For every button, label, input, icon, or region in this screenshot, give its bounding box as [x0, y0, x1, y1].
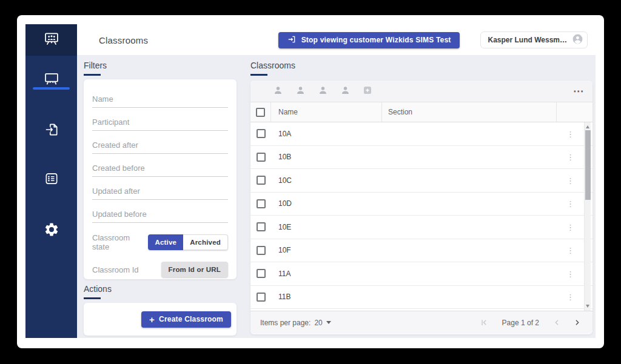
avatar-icon: [572, 33, 583, 47]
first-page-button[interactable]: [478, 317, 490, 328]
stop-viewing-customer-button[interactable]: Stop viewing customer Wizkids SIMS Test: [278, 32, 460, 48]
row-menu-button[interactable]: ⋮: [566, 223, 574, 231]
sidebar-item-import[interactable]: [25, 116, 77, 143]
updated-after-filter-label: Updated after: [92, 187, 140, 196]
create-classroom-button[interactable]: + Create Classroom: [141, 311, 231, 328]
person-icon: [295, 85, 306, 98]
table-row[interactable]: 11B ⋮: [250, 286, 592, 309]
row-checkbox[interactable]: [257, 269, 266, 278]
table-row[interactable]: 10E ⋮: [250, 216, 592, 239]
table-row[interactable]: 10B ⋮: [250, 146, 592, 170]
exit-icon: [287, 35, 297, 46]
sidebar-item-settings[interactable]: [25, 216, 77, 243]
row-menu-button[interactable]: ⋮: [566, 293, 574, 301]
table-row[interactable]: 10C ⋮: [250, 169, 592, 193]
classrooms-heading: Classrooms: [250, 61, 295, 70]
row-menu-button[interactable]: ⋮: [566, 176, 574, 184]
participant-filter-input[interactable]: Participant: [92, 108, 228, 131]
select-all-checkbox[interactable]: [256, 108, 265, 117]
created-after-filter-input[interactable]: Created after: [92, 131, 228, 154]
scroll-down-arrow-icon[interactable]: [586, 305, 589, 308]
active-nav-indicator: [33, 87, 70, 90]
participant-action-button-1[interactable]: [270, 84, 285, 99]
participant-action-button-3[interactable]: [315, 84, 330, 99]
table-row[interactable]: 11A ⋮: [250, 262, 592, 286]
classroom-id-label: Classroom Id: [92, 265, 139, 274]
row-menu-button[interactable]: ⋮: [566, 247, 574, 254]
created-after-filter-label: Created after: [92, 141, 138, 150]
table-header-row: Name Section: [250, 102, 592, 122]
gear-icon: [44, 222, 59, 237]
row-checkbox[interactable]: [257, 129, 266, 138]
row-checkbox[interactable]: [257, 153, 266, 162]
person-icon: [340, 85, 351, 98]
participant-filter-label: Participant: [92, 117, 129, 127]
scrollbar-thumb[interactable]: [585, 130, 591, 200]
state-active-button[interactable]: Active: [148, 234, 183, 250]
add-box-button[interactable]: [360, 84, 375, 99]
next-page-button[interactable]: [571, 317, 583, 328]
participant-action-button-2[interactable]: [293, 84, 307, 99]
from-id-or-url-button[interactable]: From Id or URL: [161, 262, 229, 277]
classrooms-heading-rule: [250, 74, 267, 76]
row-menu-button[interactable]: ⋮: [566, 200, 574, 208]
app-window: Classrooms Stop viewing customer Wizkids…: [17, 15, 604, 348]
table-scrollbar[interactable]: [584, 122, 591, 311]
user-name: Kasper Lund Wessm…: [488, 36, 567, 44]
name-filter-input[interactable]: Name: [92, 85, 228, 108]
participant-action-button-4[interactable]: [338, 84, 352, 99]
items-per-page-select[interactable]: 20: [314, 319, 331, 327]
person-icon: [317, 85, 329, 98]
classroom-state-label: Classroom state: [92, 233, 148, 251]
row-menu-button[interactable]: ⋮: [566, 130, 574, 137]
updated-before-filter-input[interactable]: Updated before: [92, 200, 228, 223]
items-per-page-label: Items per page:: [260, 319, 310, 327]
actions-heading: Actions: [84, 284, 112, 294]
classroom-name: 11A: [271, 270, 382, 278]
previous-page-button[interactable]: [551, 317, 563, 328]
table-footer: Items per page: 20 Page 1 of 2: [250, 311, 592, 334]
classroom-name: 10D: [271, 199, 382, 208]
scroll-up-arrow-icon[interactable]: [586, 125, 589, 128]
table-body: 10A ⋮ 10B ⋮ 10C ⋮ 10: [250, 122, 592, 311]
row-checkbox[interactable]: [257, 293, 266, 302]
created-before-filter-label: Created before: [92, 164, 145, 173]
row-menu-button[interactable]: ⋮: [566, 153, 574, 161]
add-box-icon: [362, 85, 373, 98]
row-checkbox[interactable]: [257, 222, 266, 231]
row-checkbox[interactable]: [257, 246, 266, 255]
more-options-button[interactable]: ⋯: [573, 86, 584, 96]
page-title: Classrooms: [99, 24, 148, 56]
plus-icon: +: [149, 315, 155, 324]
create-classroom-label: Create Classroom: [159, 315, 223, 323]
table-row[interactable]: 10D ⋮: [250, 193, 592, 216]
row-menu-button[interactable]: ⋮: [566, 270, 574, 277]
partially-visible-row: [250, 309, 592, 311]
classroom-state-toggle: Active Archived: [148, 234, 228, 250]
classroom-name: 10E: [271, 223, 382, 231]
actions-heading-rule: [84, 297, 101, 299]
column-header-name[interactable]: Name: [271, 102, 382, 122]
app-logo[interactable]: [25, 24, 77, 56]
table-row[interactable]: 10A ⋮: [250, 122, 592, 146]
sidebar-item-lists[interactable]: [25, 165, 77, 192]
column-header-section[interactable]: Section: [382, 102, 557, 122]
classroom-name: 10F: [271, 246, 382, 254]
classroom-board-logo-icon: [43, 30, 60, 50]
classroom-name: 10B: [271, 153, 382, 161]
row-checkbox[interactable]: [257, 199, 266, 208]
updated-before-filter-label: Updated before: [92, 210, 147, 219]
state-archived-button[interactable]: Archived: [183, 234, 228, 250]
list-icon: [44, 171, 59, 187]
user-menu[interactable]: Kasper Lund Wessm…: [480, 31, 588, 48]
updated-after-filter-input[interactable]: Updated after: [92, 177, 228, 200]
created-before-filter-input[interactable]: Created before: [92, 154, 228, 177]
classroom-name: 10A: [271, 130, 382, 138]
stop-viewing-label: Stop viewing customer Wizkids SIMS Test: [301, 36, 451, 44]
dropdown-caret-icon: [326, 321, 331, 324]
row-checkbox[interactable]: [257, 176, 266, 185]
classrooms-table-card: ⋯ Name Section 10A ⋮: [250, 81, 592, 334]
table-row[interactable]: 10F ⋮: [250, 239, 592, 263]
filters-heading: Filters: [84, 61, 107, 70]
paginator: Page 1 of 2: [478, 317, 583, 328]
